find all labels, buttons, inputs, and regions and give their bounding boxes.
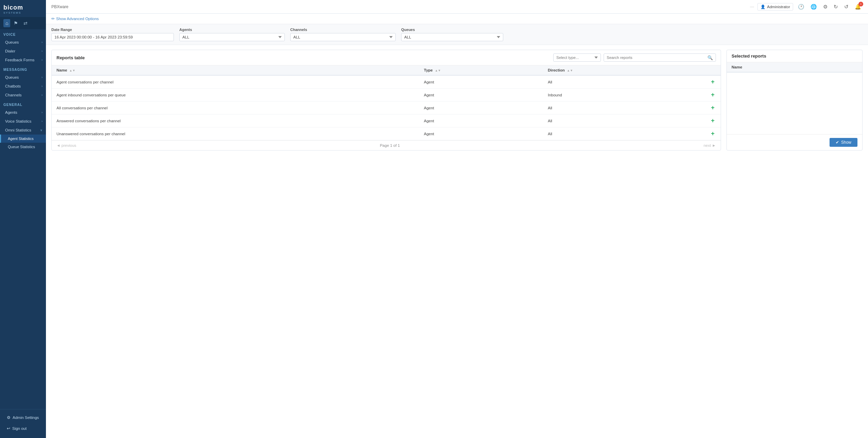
sidebar-item-omni-statistics[interactable]: Omni Statistics ∨: [0, 126, 46, 135]
chevron-right-icon: ›: [42, 49, 43, 53]
agents-select[interactable]: ALL: [179, 33, 285, 41]
sidebar-item-chatbots-label: Chatbots: [5, 84, 21, 88]
col-name-header: Name ▲▼: [52, 65, 419, 75]
channels-select[interactable]: ALL: [290, 33, 396, 41]
sidebar-item-dialer[interactable]: Dialer ›: [0, 47, 46, 56]
agents-filter: Agents ALL: [179, 28, 285, 41]
table-row: All conversations per channel Agent All …: [52, 101, 721, 114]
chevron-right-icon: ›: [42, 58, 43, 62]
refresh-alt-icon-btn[interactable]: ↺: [843, 2, 850, 11]
table-row: Agent conversations per channel Agent Al…: [52, 75, 721, 89]
clock-icon-btn[interactable]: 🕐: [797, 2, 806, 11]
content-area: ✏ Show Advanced Options Date Range Agent…: [46, 14, 868, 438]
sidebar-item-feedback-forms[interactable]: Feedback Forms ›: [0, 56, 46, 64]
add-row-button[interactable]: +: [709, 104, 716, 111]
selected-table-head: Name: [727, 62, 862, 72]
show-button[interactable]: ✔ Show: [830, 138, 857, 147]
cell-direction: All: [543, 127, 705, 140]
date-range-label: Date Range: [51, 28, 174, 32]
pagination-next[interactable]: next ►: [704, 143, 716, 147]
sign-out-button[interactable]: ↩ Sign out: [3, 424, 43, 433]
section-general-label: GENERAL: [0, 99, 46, 108]
notification-badge: 1: [858, 2, 863, 6]
selected-reports-panel: Selected reports Name ✔ Show: [726, 50, 863, 151]
user-icon: 👤: [760, 4, 765, 9]
selected-panel-footer: ✔ Show: [727, 134, 862, 150]
settings-icon: ⚙: [7, 415, 11, 420]
admin-settings-button[interactable]: ⚙ Admin Settings: [3, 413, 43, 422]
topbar-breadcrumb: PBXware: [51, 4, 68, 9]
sort-arrows-name[interactable]: ▲▼: [69, 69, 76, 72]
chevron-right-icon: ›: [42, 93, 43, 97]
sidebar-item-agents-label: Agents: [5, 110, 17, 114]
sidebar-item-voice-statistics-label: Voice Statistics: [5, 119, 31, 123]
col-type-label: Type: [424, 68, 433, 72]
sidebar-item-chatbots[interactable]: Chatbots ›: [0, 82, 46, 91]
admin-button[interactable]: 👤 Administrator: [757, 3, 793, 11]
panels-row: Reports table Select type... 🔍: [46, 45, 868, 155]
advanced-options-bar: ✏ Show Advanced Options: [46, 14, 868, 24]
cell-add: +: [705, 127, 721, 140]
search-reports-input[interactable]: [604, 54, 706, 61]
filters-bar: Date Range Agents ALL Channels ALL Queue…: [46, 24, 868, 45]
sidebar-item-queues-voice[interactable]: Queues ›: [0, 38, 46, 47]
nav-flag-btn[interactable]: ⚑: [12, 19, 20, 27]
reports-panel-header: Reports table Select type... 🔍: [52, 50, 721, 65]
select-type-dropdown[interactable]: Select type...: [553, 53, 601, 62]
add-row-button[interactable]: +: [709, 91, 716, 98]
sort-arrows-type[interactable]: ▲▼: [435, 69, 441, 72]
add-row-button[interactable]: +: [709, 117, 716, 124]
show-advanced-options-link[interactable]: ✏ Show Advanced Options: [51, 16, 863, 21]
cell-type: Agent: [419, 127, 543, 140]
sidebar-item-channels[interactable]: Channels ›: [0, 91, 46, 99]
add-row-button[interactable]: +: [709, 130, 716, 137]
sort-arrows-direction[interactable]: ▲▼: [567, 69, 573, 72]
cell-add: +: [705, 114, 721, 127]
sidebar-item-feedback-forms-label: Feedback Forms: [5, 58, 34, 62]
chevron-right-icon: ›: [42, 84, 43, 88]
cell-direction: All: [543, 101, 705, 114]
cell-name: Answered conversations per channel: [52, 114, 419, 127]
agents-label: Agents: [179, 28, 285, 32]
sidebar-subitem-queue-statistics[interactable]: Queue Statistics: [0, 143, 46, 151]
main-area: PBXware — 👤 Administrator 🕐 🌐 ⚙ ↻ ↺ 🔔 1 …: [46, 0, 868, 438]
sidebar-item-channels-label: Channels: [5, 93, 22, 97]
topbar: PBXware — 👤 Administrator 🕐 🌐 ⚙ ↻ ↺ 🔔 1: [46, 0, 868, 14]
sidebar-item-agents[interactable]: Agents ›: [0, 108, 46, 117]
sidebar-item-queues-messaging[interactable]: Queues ›: [0, 73, 46, 82]
queues-label: Queues: [401, 28, 503, 32]
date-range-input[interactable]: [51, 33, 174, 41]
settings-icon-btn[interactable]: ⚙: [822, 2, 829, 11]
reports-panel-title: Reports table: [56, 55, 85, 60]
sidebar-subitem-agent-statistics[interactable]: Agent Statistics: [0, 135, 46, 143]
pagination-previous[interactable]: ◄ previous: [56, 143, 76, 147]
nav-home-btn[interactable]: ⌂: [3, 19, 10, 27]
queues-select[interactable]: ALL: [401, 33, 503, 41]
col-type-header: Type ▲▼: [419, 65, 543, 75]
refresh-icon-btn[interactable]: ↻: [832, 2, 839, 11]
logo-area: bicom systems: [0, 0, 46, 17]
table-row: Agent inbound conversations per queue Ag…: [52, 89, 721, 101]
advanced-options-label: Show Advanced Options: [56, 17, 99, 21]
table-pagination: ◄ previous Page 1 of 1 next ►: [52, 140, 721, 150]
cell-add: +: [705, 101, 721, 114]
chevron-down-icon: ∨: [40, 128, 43, 132]
sidebar-item-omni-statistics-label: Omni Statistics: [5, 128, 31, 132]
logo-text: bicom: [3, 4, 43, 11]
reports-panel-controls: Select type... 🔍: [553, 53, 716, 62]
cell-type: Agent: [419, 114, 543, 127]
add-row-button[interactable]: +: [709, 78, 716, 85]
sidebar-item-voice-statistics[interactable]: Voice Statistics ›: [0, 117, 46, 126]
sidebar-item-queues-messaging-label: Queues: [5, 75, 19, 79]
search-icon-btn[interactable]: 🔍: [706, 55, 714, 60]
cell-type: Agent: [419, 101, 543, 114]
breadcrumb-text: PBXware: [51, 4, 68, 9]
nav-share-btn[interactable]: ⇄: [21, 19, 30, 27]
admin-settings-label: Admin Settings: [13, 416, 39, 420]
sidebar-item-dialer-label: Dialer: [5, 49, 15, 53]
date-range-filter: Date Range: [51, 28, 174, 41]
notification-icon-btn[interactable]: 🔔 1: [853, 2, 863, 11]
topbar-separator: —: [750, 4, 754, 9]
selected-panel-title: Selected reports: [727, 50, 862, 62]
globe-icon-btn[interactable]: 🌐: [809, 2, 818, 11]
